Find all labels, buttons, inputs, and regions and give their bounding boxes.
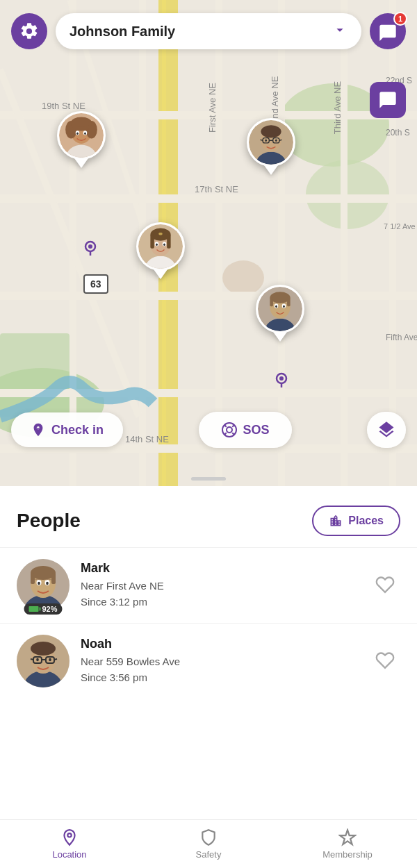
sos-button[interactable]: SOS — [199, 412, 292, 448]
bottom-nav: Location Safety Membership — [0, 819, 417, 868]
notification-badge: 1 — [393, 12, 407, 26]
noah-avatar — [17, 635, 70, 687]
svg-point-58 — [275, 139, 277, 142]
svg-point-107 — [67, 833, 71, 837]
svg-point-32 — [88, 244, 92, 249]
svg-line-56 — [279, 140, 282, 140]
svg-point-95 — [46, 582, 49, 585]
route-shield: 63 — [83, 274, 108, 294]
chevron-down-icon — [332, 22, 348, 40]
nav-label-safety: Safety — [196, 849, 222, 860]
nav-item-location[interactable]: Location — [0, 823, 139, 865]
noah-info: Noah Near 559 Bowles Ave Since 3:56 pm — [81, 637, 359, 685]
map-actions: Check in SOS — [0, 412, 417, 448]
svg-point-68 — [163, 243, 165, 246]
svg-point-35 — [279, 376, 284, 381]
noah-name: Noah — [81, 637, 359, 651]
svg-line-55 — [260, 140, 263, 140]
drag-handle — [191, 477, 226, 481]
noah-location: Near 559 Bowles Ave Since 3:56 pm — [81, 654, 359, 685]
family-selector[interactable]: Johnson Family — [56, 13, 361, 49]
svg-line-103 — [31, 659, 33, 660]
svg-rect-10 — [0, 292, 417, 300]
svg-rect-64 — [167, 235, 170, 249]
people-title: People — [17, 510, 81, 532]
mark-info: Mark Near First Ave NE Since 3:12 pm — [81, 561, 359, 610]
svg-point-47 — [71, 117, 91, 127]
svg-rect-69 — [158, 233, 162, 235]
svg-point-45 — [76, 132, 79, 135]
svg-point-46 — [84, 132, 86, 135]
svg-point-51 — [261, 125, 281, 137]
person-item-mark: 92% Mark Near First Ave NE Since 3:12 pm — [0, 547, 417, 623]
places-label: Places — [348, 515, 384, 527]
svg-line-83 — [232, 433, 234, 435]
mark-location: Near First Ave NE Since 3:12 pm — [81, 578, 359, 610]
checkin-button[interactable]: Check in — [11, 412, 123, 447]
svg-line-85 — [232, 425, 234, 427]
mark-battery: 92% — [42, 605, 57, 613]
svg-line-104 — [54, 659, 57, 660]
map-chat-button[interactable] — [370, 82, 406, 118]
svg-line-82 — [224, 425, 226, 427]
people-panel: People Places — [0, 486, 417, 819]
svg-text:20th S: 20th S — [386, 128, 410, 137]
mark-favorite-button[interactable] — [370, 569, 400, 602]
svg-text:Third Ave NE: Third Ave NE — [332, 81, 343, 135]
person-item-noah: Noah Near 559 Bowles Ave Since 3:56 pm — [0, 623, 417, 699]
svg-point-99 — [31, 642, 56, 656]
nav-item-membership[interactable]: Membership — [278, 823, 417, 865]
people-header: People Places — [0, 486, 417, 547]
messages-button[interactable]: 1 — [370, 13, 406, 49]
svg-point-67 — [156, 243, 158, 246]
svg-point-79 — [283, 306, 285, 308]
svg-rect-9 — [0, 194, 417, 203]
sos-label: SOS — [243, 423, 270, 437]
avatar-pin-glasses-man[interactable] — [247, 118, 295, 175]
svg-point-81 — [227, 427, 232, 433]
svg-point-57 — [265, 139, 267, 142]
header: Johnson Family 1 — [0, 0, 417, 62]
svg-rect-75 — [287, 298, 291, 307]
svg-line-84 — [224, 433, 226, 435]
noah-favorite-button[interactable] — [370, 645, 400, 678]
nav-label-location: Location — [52, 849, 86, 860]
avatar-pin-older-man[interactable] — [256, 285, 304, 342]
layers-button[interactable] — [367, 412, 406, 448]
svg-rect-74 — [270, 298, 273, 307]
noah-avatar-wrap — [17, 635, 70, 687]
svg-rect-91 — [51, 573, 56, 584]
svg-point-94 — [38, 582, 40, 585]
mark-name: Mark — [81, 561, 359, 576]
avatar-pin-brown-woman[interactable] — [136, 222, 185, 279]
svg-rect-63 — [150, 235, 154, 249]
svg-text:First Ave NE: First Ave NE — [207, 83, 218, 133]
map: First Ave NE Second Ave NE Third Ave NE … — [0, 0, 417, 486]
svg-text:17th St NE: 17th St NE — [195, 184, 238, 194]
svg-text:7 1/2 Ave NE: 7 1/2 Ave NE — [384, 222, 417, 231]
checkin-label: Check in — [51, 423, 104, 437]
svg-text:Fifth Ave NE: Fifth Ave NE — [386, 333, 417, 342]
mark-battery-badge: 92% — [24, 603, 62, 615]
svg-point-106 — [49, 658, 51, 661]
family-name: Johnson Family — [70, 24, 175, 40]
svg-point-78 — [275, 306, 277, 308]
avatar-pin-curly-woman[interactable] — [57, 111, 106, 168]
svg-text:19th St NE: 19th St NE — [42, 101, 85, 111]
nav-label-membership: Membership — [322, 849, 373, 860]
mark-avatar-wrap: 92% — [17, 559, 70, 612]
nav-item-safety[interactable]: Safety — [139, 823, 278, 865]
svg-rect-90 — [31, 573, 35, 584]
settings-button[interactable] — [11, 13, 47, 49]
svg-point-105 — [36, 658, 39, 661]
places-button[interactable]: Places — [312, 506, 400, 536]
